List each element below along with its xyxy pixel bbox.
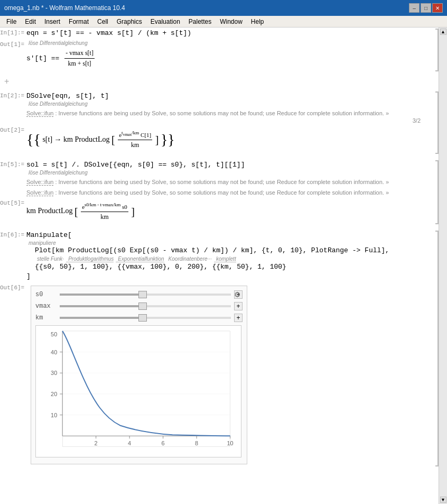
out1-label: Out[1]=	[0, 40, 26, 48]
slider-km: km +	[35, 314, 243, 322]
in5-row: In[5]:= sol = s[t] /. DSolve[{eqn, s[0] …	[0, 159, 431, 177]
in2-row: In[2]:= DSolve[eqn, s[t], t] löse Differ…	[0, 90, 431, 108]
warning1-text: Solve::ifun : Inverse functions are bein…	[26, 109, 431, 117]
warning3-row: Solve::ifun : Inverse functions are bein…	[0, 187, 431, 198]
in5-label: In[5]:=	[0, 160, 26, 168]
out2-label: Out[2]=	[0, 126, 26, 133]
in1-row: In[1]:= eqn = s'[t] == - vmax s[t] / (km…	[0, 28, 431, 39]
in2-code[interactable]: DSolve[eqn, s[t], t]	[26, 92, 109, 100]
menu-edit[interactable]: Edit	[21, 17, 40, 26]
warning1-ref: 3/2	[26, 117, 421, 124]
out5-label: Out[5]=	[0, 199, 26, 206]
slider-s0-label: s0	[35, 291, 57, 298]
svg-text:40: 40	[51, 349, 57, 355]
cell-bracket-5[interactable]	[431, 159, 439, 226]
svg-text:8: 8	[195, 440, 198, 446]
cell-group-6: In[6]:= Manipulate[ manipuliere Plot[km …	[0, 230, 439, 468]
svg-text:30: 30	[51, 370, 57, 376]
fraction-out2: etvmax/km C[1] km	[118, 129, 152, 150]
in1-label: In[1]:=	[0, 29, 26, 36]
add-cell-btn[interactable]: +	[0, 77, 439, 86]
fraction-out1: - vmax s[t] km + s[t]	[64, 48, 95, 69]
cell-bracket-6[interactable]	[431, 230, 439, 468]
menu-cell[interactable]: Cell	[93, 17, 113, 26]
slider-km-label: km	[35, 314, 57, 322]
scroll-up-btn[interactable]: ▲	[440, 29, 446, 35]
svg-text:50: 50	[51, 331, 57, 337]
in6-label: In[6]:=	[0, 231, 26, 238]
main-content: In[1]:= eqn = s'[t] == - vmax s[t] / (km…	[0, 28, 447, 504]
menu-window[interactable]: Window	[216, 17, 247, 26]
slider-km-thumb[interactable]	[138, 314, 147, 322]
cell-group-5: In[5]:= sol = s[t] /. DSolve[{eqn, s[0] …	[0, 159, 439, 226]
menu-evaluation[interactable]: Evaluation	[146, 17, 184, 26]
cell-bracket-2[interactable]	[431, 90, 439, 155]
menu-bar: File Edit Insert Format Cell Graphics Ev…	[0, 16, 447, 28]
right-scrollbar[interactable]: ▲ ▼	[439, 28, 447, 504]
window-title: omega_1.nb * - Wolfram Mathematica 10.4	[4, 4, 125, 12]
svg-text:10: 10	[227, 440, 234, 446]
plot-area: 2 4 6 8 10 10 20 30	[35, 325, 241, 457]
scroll-down-btn[interactable]: ▼	[440, 497, 446, 503]
in6-code4[interactable]: ]	[26, 272, 431, 281]
in6-code3[interactable]: {{s0, 50}, 1, 100}, {{vmax, 100}, 0, 200…	[26, 262, 431, 272]
menu-palettes[interactable]: Palettes	[184, 17, 216, 26]
svg-text:4: 4	[128, 440, 131, 446]
in2-label: In[2]:=	[0, 91, 26, 99]
minimize-button[interactable]: –	[409, 3, 420, 13]
slider-km-track[interactable]	[60, 317, 231, 319]
out6-label: Out[6]=	[0, 283, 26, 291]
slider-s0-track[interactable]	[60, 294, 231, 296]
slider-s0-thumb[interactable]	[138, 291, 147, 298]
out1-row: Out[1]= löse Differentialgleichung s'[t]…	[0, 39, 431, 72]
slider-vmax: vmax +	[35, 302, 243, 310]
svg-text:20: 20	[51, 391, 57, 397]
warning1-row: Solve::ifun : Inverse functions are bein…	[0, 108, 431, 125]
in6-code1[interactable]: Manipulate[ manipuliere	[26, 231, 431, 246]
warning3-label	[0, 188, 26, 189]
notebook-area: In[1]:= eqn = s'[t] == - vmax s[t] / (km…	[0, 28, 439, 504]
window-controls: – □ ✕	[409, 3, 443, 13]
in5-code[interactable]: sol = s[t] /. DSolve[{eqn, s[0] == s0}, …	[26, 161, 245, 169]
slider-vmax-plus[interactable]: +	[234, 302, 243, 310]
slider-vmax-label: vmax	[35, 303, 57, 310]
close-button[interactable]: ✕	[432, 3, 443, 13]
slider-km-plus[interactable]: +	[234, 314, 243, 322]
out2-math: {{ s[t] → km ProductLog [ etvmax/km C[1]…	[26, 126, 431, 154]
menu-graphics[interactable]: Graphics	[113, 17, 146, 26]
slider-s0: s0 +	[35, 290, 243, 299]
cell-group-1: In[1]:= eqn = s'[t] == - vmax s[t] / (km…	[0, 28, 439, 72]
maximize-button[interactable]: □	[421, 3, 431, 13]
menu-format[interactable]: Format	[64, 17, 93, 26]
title-bar: omega_1.nb * - Wolfram Mathematica 10.4 …	[0, 0, 447, 16]
slider-vmax-track[interactable]	[60, 305, 231, 307]
in5-hint: löse Differentialgleichung	[26, 170, 431, 176]
svg-text:6: 6	[162, 440, 165, 446]
plot-svg: 2 4 6 8 10 10 20 30	[36, 326, 241, 457]
in6-code2[interactable]: Plot[km ProductLog[(s0 Exp[(s0 - vmax t)…	[26, 246, 431, 262]
slider-vmax-thumb[interactable]	[138, 303, 147, 310]
menu-insert[interactable]: Insert	[40, 17, 64, 26]
in6-row: In[6]:= Manipulate[ manipuliere Plot[km …	[0, 230, 431, 282]
scroll-track	[439, 36, 447, 496]
cell-bracket-1[interactable]	[431, 28, 439, 72]
warning3-text: Solve::ifun : Inverse functions are bein…	[26, 188, 431, 197]
in6-hints: stelle Funk· Produktlogarithmus Exponent…	[35, 256, 431, 262]
fraction-out5: es0/km - t·vmax/km s0 km	[81, 201, 128, 222]
cell-group-2: In[2]:= DSolve[eqn, s[t], t] löse Differ…	[0, 90, 439, 155]
slider-vmax-fill	[60, 305, 145, 307]
menu-help[interactable]: Help	[247, 17, 268, 26]
svg-text:10: 10	[51, 412, 57, 418]
warning1-label	[0, 109, 26, 110]
warning2-label	[0, 178, 26, 179]
out5-math: km ProductLog [ es0/km - t·vmax/km s0 km…	[26, 199, 431, 224]
manipulate-widget: ⚙ s0 + vmax	[31, 286, 247, 464]
warning2-text: Solve::ifun : Inverse functions are bein…	[26, 178, 431, 186]
gear-icon[interactable]: ⚙	[234, 290, 243, 299]
out1-math: s'[t] == - vmax s[t] km + s[t]	[26, 46, 431, 71]
in1-code[interactable]: eqn = s'[t] == - vmax s[t] / (km + s[t])	[26, 29, 191, 37]
slider-km-fill	[60, 317, 145, 319]
menu-file[interactable]: File	[2, 17, 21, 26]
out5-row: Out[5]= km ProductLog [ es0/km - t·vmax/…	[0, 198, 431, 225]
out2-row: Out[2]= {{ s[t] → km ProductLog [ etvmax…	[0, 125, 431, 155]
